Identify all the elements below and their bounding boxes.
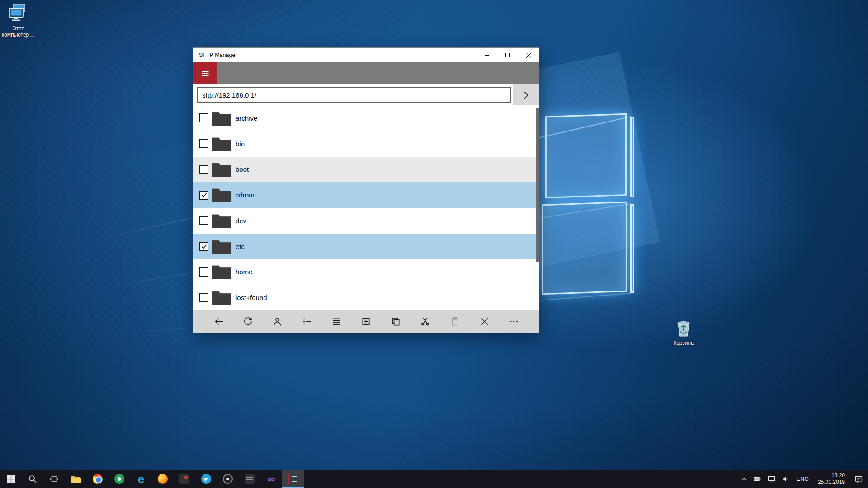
file-row[interactable]: lost+found <box>193 285 539 310</box>
window-controls <box>476 48 539 62</box>
file-name: cdrom <box>236 191 255 199</box>
close-button[interactable] <box>518 48 539 62</box>
desktop-icon-this-pc[interactable]: Этот компьютер… <box>0 4 36 38</box>
scrollbar[interactable] <box>536 105 539 310</box>
file-name: etc <box>236 243 245 250</box>
file-rows: archive bin boot cdrom dev <box>193 105 539 310</box>
task-view-icon[interactable] <box>43 470 65 488</box>
address-bar <box>193 84 539 105</box>
clock[interactable]: 13:20 25.01.2019 <box>813 470 849 488</box>
file-name: bin <box>236 140 245 148</box>
more-icon[interactable] <box>506 314 522 329</box>
dark-app-icon[interactable] <box>174 470 195 488</box>
messenger-app-icon[interactable] <box>195 470 217 488</box>
battery-icon[interactable] <box>750 470 764 488</box>
file-row[interactable]: bin <box>193 131 539 157</box>
file-checkbox[interactable] <box>199 267 208 277</box>
new-item-icon[interactable] <box>359 314 374 329</box>
window-title: SFTP Manager <box>199 52 237 58</box>
folder-icon <box>211 187 231 203</box>
copy-icon[interactable] <box>388 314 403 329</box>
bottom-toolbar <box>193 310 539 333</box>
start-button[interactable] <box>0 470 22 488</box>
file-name: home <box>236 268 253 276</box>
detail-list-icon[interactable] <box>299 314 315 329</box>
folder-icon <box>211 264 231 280</box>
display-icon[interactable] <box>764 470 778 488</box>
file-checkbox[interactable] <box>199 242 208 251</box>
desktop-icon-recycle-bin[interactable]: Корзина <box>665 318 702 346</box>
file-row[interactable]: etc <box>193 234 539 259</box>
sftp-manager-window: SFTP Manager <box>193 47 539 333</box>
file-name: lost+found <box>236 294 267 301</box>
file-checkbox[interactable] <box>199 191 208 200</box>
file-name: dev <box>236 217 246 225</box>
file-row[interactable]: dev <box>193 208 539 234</box>
folder-icon <box>211 239 231 254</box>
firefox-icon[interactable] <box>152 470 174 488</box>
back-icon[interactable] <box>211 314 226 329</box>
file-checkbox[interactable] <box>199 165 208 174</box>
edge-icon[interactable] <box>130 470 152 488</box>
file-row[interactable]: home <box>193 259 539 285</box>
file-explorer-icon[interactable] <box>65 470 87 488</box>
user-icon[interactable] <box>270 314 285 329</box>
desktop-icon-label: Корзина <box>673 340 694 346</box>
hamburger-menu-button[interactable] <box>193 62 217 84</box>
file-checkbox[interactable] <box>199 293 208 302</box>
notifications-icon[interactable] <box>849 470 868 488</box>
sftp-manager-taskbar-icon[interactable] <box>282 470 304 488</box>
file-checkbox[interactable] <box>199 113 208 122</box>
this-pc-icon <box>8 4 28 24</box>
system-tray: ENG 13:20 25.01.2019 <box>738 470 868 488</box>
notes-app-icon[interactable] <box>239 470 260 488</box>
desktop-icon-label: Этот компьютер… <box>0 25 36 38</box>
chrome-icon[interactable] <box>87 470 108 488</box>
maximize-button[interactable] <box>497 48 518 62</box>
file-row[interactable]: cdrom <box>193 182 539 208</box>
hidden-icons-chevron[interactable] <box>738 470 750 488</box>
go-button[interactable] <box>513 84 539 105</box>
folder-icon <box>211 136 231 152</box>
window-titlebar[interactable]: SFTP Manager <box>193 48 539 62</box>
file-row[interactable]: boot <box>193 157 539 183</box>
folder-icon <box>211 290 231 305</box>
recorder-app-icon[interactable] <box>217 470 239 488</box>
close-selection-icon[interactable] <box>477 314 492 329</box>
folder-icon <box>211 213 231 229</box>
speaker-icon[interactable] <box>778 470 792 488</box>
desktop: Этот компьютер… Корзина SFTP Manager <box>0 0 868 470</box>
file-name: boot <box>236 165 249 173</box>
list-icon[interactable] <box>329 314 344 329</box>
address-input[interactable] <box>197 87 511 103</box>
file-list: archive bin boot cdrom dev <box>193 105 539 310</box>
cut-icon[interactable] <box>418 314 433 329</box>
scrollbar-thumb[interactable] <box>536 108 539 262</box>
green-app-icon[interactable] <box>108 470 130 488</box>
file-checkbox[interactable] <box>199 139 208 148</box>
search-icon[interactable] <box>22 470 43 488</box>
folder-icon <box>211 110 231 126</box>
clock-time: 13:20 <box>831 472 845 479</box>
language-indicator[interactable]: ENG <box>792 470 813 488</box>
file-name: archive <box>236 114 257 122</box>
visual-studio-icon[interactable] <box>260 470 282 488</box>
file-row[interactable]: archive <box>193 105 539 131</box>
recycle-bin-icon <box>675 318 693 338</box>
minimize-button[interactable] <box>476 48 497 62</box>
paste-icon[interactable] <box>447 314 462 329</box>
folder-icon <box>211 161 231 177</box>
file-checkbox[interactable] <box>199 216 208 225</box>
clock-date: 25.01.2019 <box>818 479 845 486</box>
refresh-icon[interactable] <box>240 314 255 329</box>
app-header <box>193 62 539 84</box>
taskbar: ENG 13:20 25.01.2019 <box>0 470 868 488</box>
